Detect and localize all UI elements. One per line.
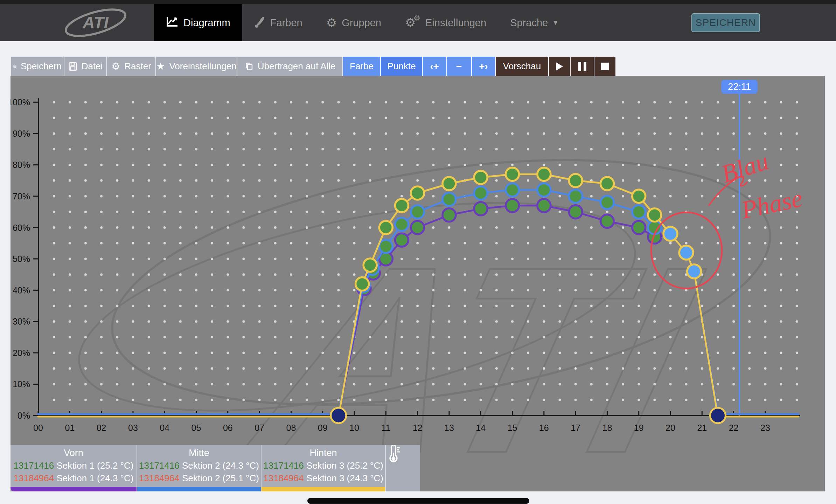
svg-text:02: 02 xyxy=(97,423,106,433)
button-label: Raster xyxy=(124,61,151,72)
file-button[interactable]: Datei xyxy=(64,57,106,76)
stop-icon xyxy=(601,63,609,70)
sensor-id: 13171416 xyxy=(263,460,304,471)
sensor-text: Sektion 2 (25.1 °C) xyxy=(182,473,259,483)
button-label: Punkte xyxy=(388,61,416,72)
svg-text:14: 14 xyxy=(476,423,486,433)
chart-toolbar: Speichern Datei ⚙ Raster ★ Voreinstellun… xyxy=(11,57,615,76)
svg-text:Blau: Blau xyxy=(718,147,772,188)
sensor-id: 13184964 xyxy=(263,473,304,483)
svg-text:ATI: ATI xyxy=(82,13,109,32)
svg-text:22:11: 22:11 xyxy=(728,81,751,92)
gear-icon: ⚙ xyxy=(111,61,120,72)
points-mode-button[interactable]: Punkte xyxy=(381,57,422,76)
svg-text:18: 18 xyxy=(602,423,612,433)
svg-text:100%: 100% xyxy=(11,97,30,107)
legend-card-vorn: Vorn 13171416 Sektion 1 (25.2 °C) 131849… xyxy=(11,445,137,491)
legend-title: Hinten xyxy=(262,448,385,459)
preview-button[interactable]: Vorschau xyxy=(496,57,548,76)
transfer-to-all-button[interactable]: Übertragen auf Alle xyxy=(237,57,342,76)
tab-gruppen[interactable]: ⚙ Gruppen xyxy=(314,4,393,41)
button-label: Speichern xyxy=(21,61,62,72)
legend-card-hinten: Hinten 13171416 Sektion 3 (25.2 °C) 1318… xyxy=(261,445,385,491)
svg-text:11: 11 xyxy=(381,423,390,433)
pause-icon xyxy=(578,62,586,71)
sensor-text: Sektion 1 (25.2 °C) xyxy=(56,460,133,471)
temperature-card[interactable] xyxy=(385,445,420,491)
button-label: Datei xyxy=(82,61,103,72)
svg-text:20%: 20% xyxy=(13,348,30,358)
svg-text:06: 06 xyxy=(223,423,233,433)
floppy-icon xyxy=(13,62,16,71)
speichern-button[interactable]: SPEICHERN xyxy=(691,13,760,32)
floppy-icon xyxy=(68,62,77,71)
button-label: Farbe xyxy=(350,61,374,72)
top-navigation: ATI Diagramm Farben ⚙ Gruppen ⚙⚙ Einst xyxy=(0,4,836,41)
svg-text:05: 05 xyxy=(191,423,201,433)
series-color-bar xyxy=(11,487,137,491)
diagram-canvas[interactable]: ATI0001020304050607080910111213141516171… xyxy=(11,76,825,491)
tab-diagramm[interactable]: Diagramm xyxy=(154,4,242,41)
sensor-id: 13184964 xyxy=(14,473,54,483)
thermometer-icon xyxy=(386,445,400,464)
svg-text:00: 00 xyxy=(33,423,43,433)
legend-row: 13171416 Sektion 1 (25.2 °C) xyxy=(11,460,137,471)
legend-row: 13184964 Sektion 3 (24.3 °C) xyxy=(262,473,385,484)
pause-button[interactable] xyxy=(571,57,594,76)
svg-text:04: 04 xyxy=(160,423,169,433)
sensor-text: Sektion 3 (25.2 °C) xyxy=(306,460,383,471)
svg-text:10: 10 xyxy=(349,423,359,433)
svg-text:23: 23 xyxy=(760,423,770,433)
sensor-id: 13184964 xyxy=(139,473,180,483)
button-label: Voreinstellungen xyxy=(169,61,236,72)
legend-card-mitte: Mitte 13171416 Sektion 2 (24.3 °C) 13184… xyxy=(137,445,261,491)
svg-text:Phase: Phase xyxy=(739,184,805,224)
stop-button[interactable] xyxy=(594,57,615,76)
svg-text:19: 19 xyxy=(634,423,644,433)
svg-text:21: 21 xyxy=(697,423,707,433)
svg-text:07: 07 xyxy=(255,423,264,433)
series-color-bar xyxy=(262,487,385,491)
save-curve-button[interactable]: Speichern xyxy=(11,57,64,76)
plus-right-icon: +› xyxy=(479,61,488,72)
grid-button[interactable]: ⚙ Raster xyxy=(107,57,155,76)
svg-text:0%: 0% xyxy=(18,411,30,420)
svg-text:01: 01 xyxy=(65,423,75,433)
menu-sprache[interactable]: Sprache ▾ xyxy=(498,4,569,41)
play-button[interactable] xyxy=(549,57,570,76)
chart-legend: Vorn 13171416 Sektion 1 (25.2 °C) 131849… xyxy=(11,445,420,491)
tab-einstellungen[interactable]: ⚙⚙ Einstellungen xyxy=(393,4,498,41)
legend-row: 13184964 Sektion 2 (25.1 °C) xyxy=(137,473,261,484)
tab-label: Gruppen xyxy=(342,17,381,29)
legend-title: Mitte xyxy=(137,448,261,459)
caret-down-icon: ▾ xyxy=(553,18,557,27)
svg-text:03: 03 xyxy=(128,423,138,433)
home-indicator-bar[interactable] xyxy=(307,498,529,504)
play-icon xyxy=(556,62,563,71)
svg-text:12: 12 xyxy=(413,423,423,433)
star-icon: ★ xyxy=(156,61,165,72)
sensor-text: Sektion 1 (24.3 °C) xyxy=(56,473,133,483)
svg-text:20: 20 xyxy=(666,423,675,433)
add-point-left-button[interactable]: ‹+ xyxy=(423,57,446,76)
add-point-right-button[interactable]: +› xyxy=(472,57,495,76)
legend-title: Vorn xyxy=(11,448,137,459)
tab-farben[interactable]: Farben xyxy=(242,4,314,41)
svg-text:70%: 70% xyxy=(13,191,30,201)
chart-panel: ATI0001020304050607080910111213141516171… xyxy=(11,76,825,491)
sensor-id: 13171416 xyxy=(139,460,180,471)
color-mode-button[interactable]: Farbe xyxy=(343,57,380,76)
remove-point-button[interactable]: − xyxy=(447,57,471,76)
svg-text:50%: 50% xyxy=(13,254,30,264)
gear-icon: ⚙ xyxy=(326,17,337,29)
svg-text:17: 17 xyxy=(571,423,580,433)
button-label: Übertragen auf Alle xyxy=(258,61,336,72)
legend-row: 13184964 Sektion 1 (24.3 °C) xyxy=(11,473,137,484)
copy-icon xyxy=(244,62,253,71)
sensor-text: Sektion 2 (24.3 °C) xyxy=(182,460,259,471)
menu-label: Sprache xyxy=(510,17,548,29)
svg-text:80%: 80% xyxy=(13,160,30,170)
presets-button[interactable]: ★ Voreinstellungen xyxy=(156,57,237,76)
svg-text:90%: 90% xyxy=(13,129,30,139)
minus-icon: − xyxy=(456,61,462,72)
